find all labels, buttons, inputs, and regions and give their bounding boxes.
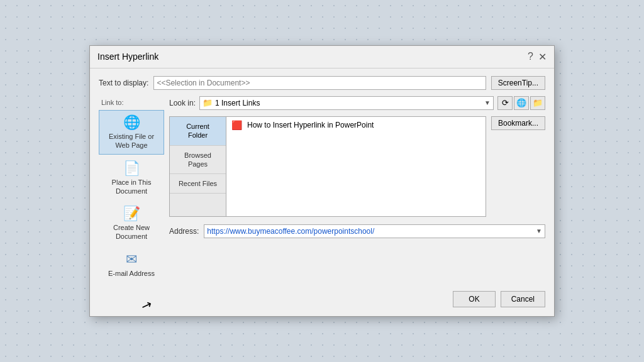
- text-to-display-input[interactable]: [153, 76, 486, 90]
- close-button[interactable]: ✕: [538, 51, 547, 63]
- nav-item-browsed-pages[interactable]: BrowsedPages: [170, 146, 226, 175]
- place-in-doc-label: Place in ThisDocument: [112, 178, 152, 196]
- browse-folder-button[interactable]: 📁: [530, 96, 545, 110]
- nav-item-recent-files[interactable]: Recent Files: [170, 174, 226, 194]
- link-to-label: Link to:: [99, 99, 164, 106]
- email-label: E-mail Address: [108, 269, 155, 278]
- cancel-button[interactable]: Cancel: [501, 291, 545, 307]
- look-in-select[interactable]: 📁 1 Insert Links ▼: [199, 96, 494, 110]
- main-area: Link to: 🌐 Existing File orWeb Page 📄 Pl…: [99, 96, 545, 283]
- nav-panel: CurrentFolder BrowsedPages Recent Files: [169, 116, 226, 217]
- existing-file-label: Existing File orWeb Page: [109, 132, 154, 150]
- file-name: How to Insert Hyperlink in PowerPoint: [247, 121, 374, 129]
- existing-file-icon: 🌐: [123, 114, 140, 131]
- link-option-email[interactable]: ✉ E-mail Address: [99, 247, 164, 282]
- email-icon: ✉: [126, 251, 137, 268]
- text-to-display-label: Text to display:: [99, 79, 148, 87]
- address-label: Address:: [169, 227, 199, 236]
- left-panel: Link to: 🌐 Existing File orWeb Page 📄 Pl…: [99, 96, 169, 283]
- address-row: Address: https://www.buymeacoffee.com/po…: [169, 224, 545, 238]
- file-item[interactable]: 🟥 How to Insert Hyperlink in PowerPoint: [226, 117, 486, 133]
- toolbar-icons: ⟳ 🌐 📁: [497, 96, 545, 110]
- content-area: CurrentFolder BrowsedPages Recent Files …: [169, 116, 545, 217]
- address-input-wrapper[interactable]: https://www.buymeacoffee.com/powerpoints…: [204, 224, 545, 238]
- file-type-icon: 🟥: [231, 120, 242, 130]
- screentip-button[interactable]: ScreenTip...: [491, 76, 545, 90]
- title-bar-controls: ? ✕: [528, 51, 547, 63]
- help-button[interactable]: ?: [528, 51, 533, 62]
- link-option-create-new[interactable]: 📝 Create NewDocument: [99, 201, 164, 246]
- browse-web-button[interactable]: 🌐: [514, 96, 529, 110]
- nav-item-current-folder[interactable]: CurrentFolder: [170, 117, 226, 146]
- side-buttons: Bookmark...: [486, 116, 545, 217]
- file-list: 🟥 How to Insert Hyperlink in PowerPoint: [226, 116, 486, 217]
- right-panel: Look in: 📁 1 Insert Links ▼ ⟳ 🌐 📁: [169, 96, 545, 283]
- dialog-body: Text to display: ScreenTip... Link to: 🌐…: [90, 69, 554, 316]
- bookmark-button[interactable]: Bookmark...: [491, 116, 545, 130]
- refresh-button[interactable]: ⟳: [497, 96, 513, 110]
- title-bar: Insert Hyperlink ? ✕: [90, 46, 554, 69]
- look-in-folder-icon: 📁: [203, 98, 213, 107]
- look-in-chevron: ▼: [484, 99, 491, 106]
- dialog-title: Insert Hyperlink: [97, 52, 158, 62]
- look-in-text: 1 Insert Links: [215, 99, 484, 107]
- ok-button[interactable]: OK: [453, 291, 495, 307]
- look-in-label: Look in:: [169, 99, 196, 107]
- create-new-icon: 📝: [123, 206, 140, 222]
- bottom-row: ↗ OK Cancel: [99, 291, 545, 307]
- address-chevron: ▼: [536, 228, 542, 234]
- address-value: https://www.buymeacoffee.com/powerpoints…: [207, 227, 374, 236]
- arrow-annotation: ↗: [139, 296, 154, 314]
- text-to-display-row: Text to display: ScreenTip...: [99, 76, 545, 90]
- link-option-existing-file[interactable]: 🌐 Existing File orWeb Page: [99, 110, 164, 155]
- look-in-row: Look in: 📁 1 Insert Links ▼ ⟳ 🌐 📁: [169, 96, 545, 110]
- insert-hyperlink-dialog: Insert Hyperlink ? ✕ Text to display: Sc…: [89, 45, 555, 317]
- create-new-label: Create NewDocument: [113, 223, 150, 241]
- place-in-doc-icon: 📄: [123, 160, 140, 177]
- link-option-place-in-doc[interactable]: 📄 Place in ThisDocument: [99, 156, 164, 200]
